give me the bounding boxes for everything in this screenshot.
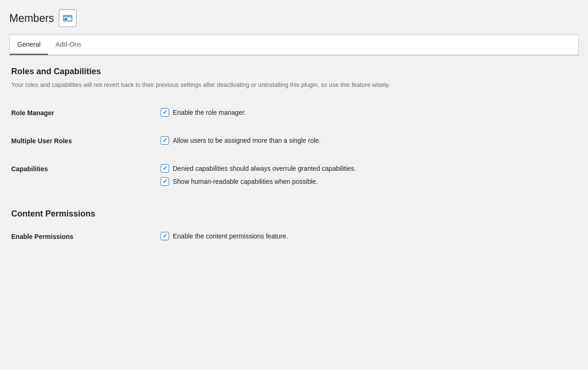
setting-capabilities-label-cell: Capabilities [11,161,161,177]
checkbox-enable-role-manager-label[interactable]: Enable the role manager. [173,109,246,116]
setting-enable-permissions-controls: ✓ Enable the content permissions feature… [161,228,577,244]
setting-role-manager: Role Manager ✓ Enable the role manager. [11,99,577,127]
setting-capabilities-label: Capabilities [11,165,48,173]
checkbox-row-denied-overrule: ✓ Denied capabilities should always over… [161,164,577,173]
checkmark-enable-content-permissions: ✓ [163,233,168,239]
checkbox-enable-role-manager-wrapper[interactable]: ✓ [161,108,169,117]
checkbox-row-enable-content-permissions: ✓ Enable the content permissions feature… [161,232,577,240]
checkbox-human-readable-wrapper[interactable]: ✓ [161,177,169,186]
section-roles-description: Your roles and capabilities will not rev… [11,80,577,90]
section-roles-capabilities: Roles and Capabilities Your roles and ca… [11,67,577,195]
tab-content-general: Roles and Capabilities Your roles and ca… [9,56,579,276]
setting-multiple-user-roles-label-cell: Multiple User Roles [11,133,161,149]
section-content-permissions: Content Permissions Enable Permissions ✓ [11,209,577,251]
checkmark-enable-role-manager: ✓ [163,109,168,115]
setting-multiple-user-roles: Multiple User Roles ✓ Allow users to be … [11,127,577,155]
page-title: Members [9,12,54,25]
checkbox-human-readable-label[interactable]: Show human-readable capabilities when po… [173,178,318,185]
checkbox-enable-role-manager-visual: ✓ [161,108,169,117]
tab-general[interactable]: General [10,35,48,55]
setting-capabilities: Capabilities ✓ Denied capabilities shoul… [11,155,577,195]
setting-multiple-user-roles-controls: ✓ Allow users to be assigned more than a… [161,133,577,148]
tab-addons[interactable]: Add-Ons [48,35,89,55]
setting-enable-permissions-label: Enable Permissions [11,233,73,240]
setting-enable-permissions-label-cell: Enable Permissions [11,228,161,245]
checkbox-allow-multiple-roles-visual: ✓ [161,136,169,145]
checkbox-row-allow-multiple-roles: ✓ Allow users to be assigned more than a… [161,136,577,145]
setting-role-manager-controls: ✓ Enable the role manager. [161,105,577,120]
checkmark-human-readable: ✓ [163,178,168,184]
checkbox-allow-multiple-roles-wrapper[interactable]: ✓ [161,136,169,145]
checkbox-denied-overrule-visual: ✓ [161,164,169,173]
page-wrapper: Members General Add-Ons Roles and Capabi… [0,0,588,285]
setting-multiple-user-roles-label: Multiple User Roles [11,137,72,145]
members-icon [63,14,72,22]
checkmark-denied-overrule: ✓ [163,165,168,171]
checkbox-denied-overrule-wrapper[interactable]: ✓ [161,164,169,173]
setting-role-manager-label-cell: Role Manager [11,105,161,121]
checkbox-row-human-readable: ✓ Show human-readable capabilities when … [161,177,577,186]
checkmark-allow-multiple-roles: ✓ [163,137,168,143]
header-icon-box[interactable] [59,9,77,27]
section-roles-title: Roles and Capabilities [11,67,577,77]
checkbox-enable-content-permissions-wrapper[interactable]: ✓ [161,232,169,240]
svg-rect-1 [64,18,67,20]
checkbox-enable-content-permissions-label[interactable]: Enable the content permissions feature. [173,232,288,240]
section-content-permissions-title: Content Permissions [11,209,577,219]
checkbox-row-enable-role-manager: ✓ Enable the role manager. [161,108,577,117]
page-header: Members [9,9,579,27]
setting-enable-permissions: Enable Permissions ✓ Enable the content … [11,223,577,251]
checkbox-enable-content-permissions-visual: ✓ [161,232,169,240]
tabs-nav: General Add-Ons [10,35,578,55]
setting-capabilities-controls: ✓ Denied capabilities should always over… [161,161,577,189]
checkbox-denied-overrule-label[interactable]: Denied capabilities should always overru… [173,165,356,172]
setting-role-manager-label: Role Manager [11,109,54,117]
tabs-container: General Add-Ons [9,35,579,56]
checkbox-human-readable-visual: ✓ [161,177,169,186]
checkbox-allow-multiple-roles-label[interactable]: Allow users to be assigned more than a s… [173,137,321,144]
